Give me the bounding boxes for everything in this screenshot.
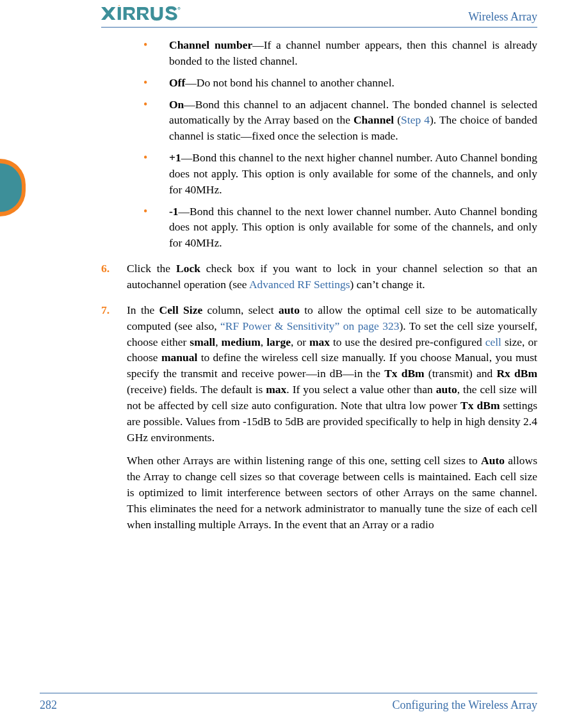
step-text: When other Arrays are within listening r…	[127, 454, 481, 467]
bullet-on: • On—Bond this channel to an adjacent ch…	[143, 97, 537, 145]
bullet-icon: •	[143, 37, 169, 69]
bullet-icon: •	[143, 75, 169, 91]
step-bold: Auto	[481, 454, 505, 467]
svg-text:R: R	[179, 7, 180, 10]
bullet-plus-1: • +1—Bond this channel to the next highe…	[143, 150, 537, 198]
svg-point-4	[118, 5, 120, 6]
bullet-term: Channel number	[169, 38, 252, 51]
bullet-bold: Channel	[354, 113, 394, 126]
bullet-term: +1	[169, 151, 181, 164]
bullet-icon: •	[143, 97, 169, 145]
bullet-minus-1: • -1—Bond this channel to the next lower…	[143, 204, 537, 252]
step-bold: small	[190, 336, 215, 348]
bullet-text: —Do not bond his channel to another chan…	[185, 76, 394, 89]
step-text: ) can’t change it.	[350, 278, 425, 291]
step-text: Click the	[127, 262, 176, 275]
bullet-term: On	[169, 98, 184, 111]
step-bold: max	[309, 336, 330, 348]
page-body: • Channel number—If a channel number app…	[101, 37, 537, 683]
page-number: 282	[40, 697, 57, 714]
doc-title: Wireless Array	[468, 9, 537, 26]
step-bold: Tx dBm	[460, 399, 500, 412]
step-text: ,	[215, 336, 221, 348]
step-text: ,	[261, 336, 266, 348]
step-number: 6.	[101, 261, 127, 293]
step-text: (receive) fields. The default is	[127, 383, 266, 396]
step-bold: auto	[279, 303, 300, 316]
bullet-text: (	[394, 113, 401, 126]
step-number: 7.	[101, 302, 127, 446]
step-7: 7. In the Cell Size column, select auto …	[101, 302, 537, 446]
link-advanced-rf-settings[interactable]: Advanced RF Settings	[249, 278, 350, 291]
step-text: (transmit) and	[425, 367, 497, 380]
step-bold: large	[266, 336, 291, 348]
step-text: . If you select a value other than	[286, 383, 435, 396]
step-7-continuation: When other Arrays are within listening r…	[127, 453, 537, 532]
step-text: , or	[291, 336, 309, 348]
step-bold: medium	[222, 336, 261, 348]
step-text: to use the desired pre-configured	[330, 336, 485, 348]
step-bold: Tx dBm	[384, 367, 425, 380]
bullet-icon: •	[143, 150, 169, 198]
link-cell[interactable]: cell	[485, 336, 501, 348]
bullet-text: —Bond this channel to the next lower cha…	[169, 205, 537, 250]
bullet-text: —Bond this channel to the next higher ch…	[169, 151, 537, 196]
step-bold: Rx dBm	[496, 367, 537, 380]
bullet-term: Off	[169, 76, 185, 89]
step-text: In the	[127, 303, 159, 316]
bullet-icon: •	[143, 204, 169, 252]
link-rf-power-sensitivity[interactable]: “RF Power & Sensitivity” on page 323	[220, 320, 399, 332]
step-text: column, select	[202, 303, 279, 316]
bullet-channel-number: • Channel number—If a channel number app…	[143, 37, 537, 69]
link-step-4[interactable]: Step 4	[401, 113, 430, 126]
section-title: Configuring the Wireless Array	[393, 697, 537, 714]
step-bold: max	[266, 383, 286, 396]
section-thumb-tab	[0, 159, 26, 216]
bullet-off: • Off—Do not bond his channel to another…	[143, 75, 537, 91]
step-bold: manual	[161, 351, 197, 364]
step-bold: Cell Size	[159, 303, 203, 316]
step-6: 6. Click the Lock check box if you want …	[101, 261, 537, 293]
bullet-term: -1	[169, 205, 179, 218]
step-bold: Lock	[176, 262, 200, 275]
step-bold: auto	[436, 383, 457, 396]
